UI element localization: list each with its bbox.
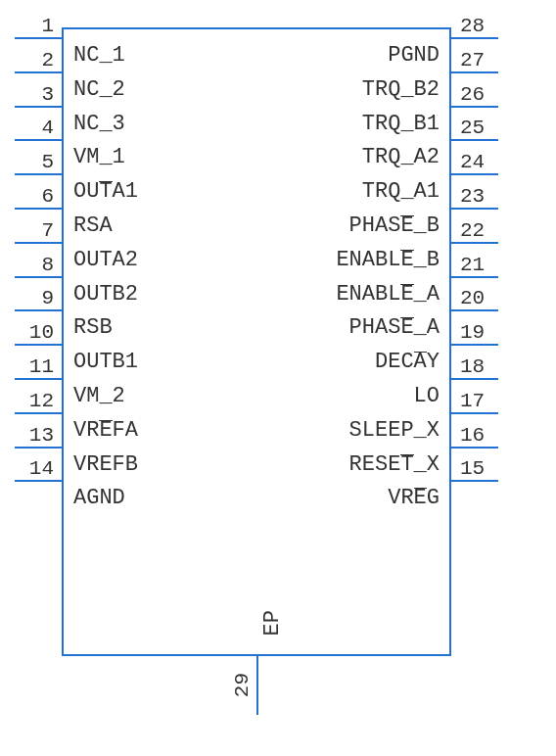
- pin-wire: [15, 344, 62, 346]
- pin-wire: [15, 71, 62, 73]
- pin-number: 24: [460, 151, 499, 173]
- pin-label: SLEEP_X: [349, 418, 440, 443]
- pin-label: OUTB2: [73, 282, 138, 307]
- pin-label: VREFA: [73, 418, 138, 443]
- pin-number: 5: [15, 151, 54, 173]
- pin-label: OUTA1: [73, 179, 138, 204]
- pin-label: VM_1: [73, 145, 125, 169]
- pin-wire: [15, 276, 62, 278]
- pin-label: EP: [260, 610, 285, 636]
- pin-number: 6: [15, 185, 54, 208]
- pin-wire: [15, 139, 62, 141]
- pin-wire: [15, 378, 62, 380]
- pin-label: PGND: [388, 43, 440, 68]
- pin-number: 10: [15, 321, 54, 344]
- pin-label: TRQ_A2: [362, 145, 440, 169]
- pin-label: DECAY: [375, 350, 440, 374]
- pin-label: VREFB: [73, 452, 138, 477]
- pin-wire: [451, 309, 498, 311]
- pin-number: 8: [15, 254, 54, 276]
- pin-number: 22: [460, 219, 499, 242]
- pin-label: OUTB1: [73, 350, 138, 374]
- pin-number: 11: [15, 355, 54, 378]
- pin-wire: [451, 71, 498, 73]
- pin-number: 28: [460, 15, 499, 37]
- pin-label: TRQ_B2: [362, 77, 440, 102]
- pin-label: NC_2: [73, 77, 125, 102]
- pin-wire: [15, 242, 62, 244]
- pin-number: 7: [15, 219, 54, 242]
- pin-wire: [451, 37, 498, 39]
- pin-wire: [451, 412, 498, 414]
- pin-number: 2: [15, 49, 54, 71]
- pin-label: NC_3: [73, 112, 125, 136]
- pin-label: VM_2: [73, 384, 125, 408]
- pin-number: 25: [460, 117, 499, 139]
- pin-wire: [15, 106, 62, 108]
- pin-wire: [451, 106, 498, 108]
- pin-label: RSB: [73, 315, 113, 340]
- pin-number: 20: [460, 287, 499, 309]
- pin-number: 12: [15, 390, 54, 412]
- pin-wire: [15, 480, 62, 482]
- pin-wire: [451, 208, 498, 210]
- pin-wire: [451, 276, 498, 278]
- pin-number: 29: [231, 673, 254, 697]
- pin-wire: [15, 208, 62, 210]
- pin-wire: [15, 412, 62, 414]
- pin-wire: [451, 173, 498, 175]
- pin-label: RESET_X: [349, 452, 440, 477]
- pin-number: 18: [460, 355, 499, 378]
- pin-label: TRQ_B1: [362, 112, 440, 136]
- pin-wire: [15, 309, 62, 311]
- pin-number: 21: [460, 254, 499, 276]
- pin-wire: [451, 139, 498, 141]
- pin-wire: [451, 344, 498, 346]
- pinout-diagram: 1NC_12NC_23NC_34VM_15OUTA16RSA7OUTA28OUT…: [15, 15, 543, 739]
- pin-label: TRQ_A1: [362, 179, 440, 204]
- pin-label: RSA: [73, 213, 113, 238]
- pin-wire: [15, 37, 62, 39]
- pin-wire: [15, 173, 62, 175]
- pin-label: PHASE_B: [349, 213, 440, 238]
- pin-number: 1: [15, 15, 54, 37]
- pin-number: 13: [15, 424, 54, 447]
- pin-label: AGND: [73, 486, 125, 510]
- pin-number: 9: [15, 287, 54, 309]
- pin-label: VREG: [388, 486, 440, 510]
- pin-label: OUTA2: [73, 248, 138, 272]
- pin-number: 26: [460, 83, 499, 106]
- pin-number: 17: [460, 390, 499, 412]
- pin-wire: [451, 447, 498, 449]
- pin-wire: [256, 656, 258, 715]
- pin-label: PHASE_A: [349, 315, 440, 340]
- pin-number: 14: [15, 457, 54, 480]
- pin-number: 3: [15, 83, 54, 106]
- pin-number: 23: [460, 185, 499, 208]
- pin-wire: [451, 378, 498, 380]
- pin-label: ENABLE_B: [336, 248, 440, 272]
- pin-number: 27: [460, 49, 499, 71]
- pin-number: 16: [460, 424, 499, 447]
- pin-number: 15: [460, 457, 499, 480]
- pin-label: LO: [414, 384, 440, 408]
- pin-label: ENABLE_A: [336, 282, 440, 307]
- pin-wire: [451, 480, 498, 482]
- pin-wire: [15, 447, 62, 449]
- pin-number: 19: [460, 321, 499, 344]
- pin-label: NC_1: [73, 43, 125, 68]
- pin-number: 4: [15, 117, 54, 139]
- pin-wire: [451, 242, 498, 244]
